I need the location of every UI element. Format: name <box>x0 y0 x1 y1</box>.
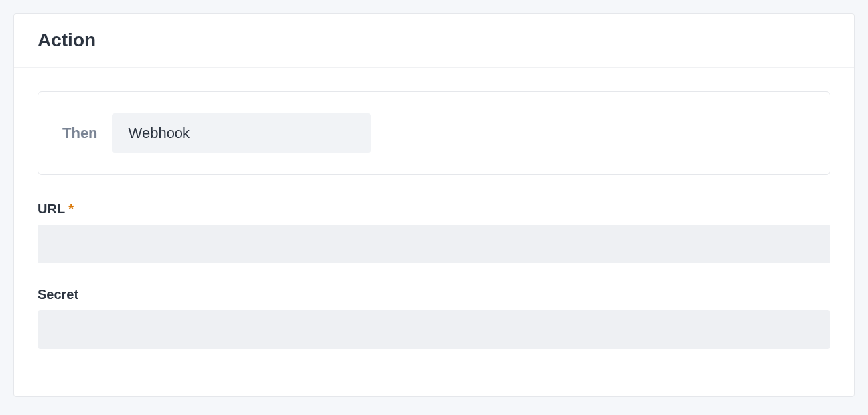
url-form-group: URL * <box>38 202 830 263</box>
then-label: Then <box>62 125 98 142</box>
card-body: Then Webhook URL * Secret <box>14 68 854 396</box>
url-label-text: URL <box>38 202 65 216</box>
url-input[interactable] <box>38 225 830 263</box>
section-title: Action <box>38 30 830 51</box>
required-asterisk: * <box>68 202 74 216</box>
secret-label: Secret <box>38 287 830 302</box>
secret-form-group: Secret <box>38 287 830 349</box>
url-label: URL * <box>38 202 830 217</box>
secret-label-text: Secret <box>38 287 78 302</box>
action-type-select[interactable]: Webhook <box>112 113 371 153</box>
action-card: Action Then Webhook URL * Secret <box>13 13 855 397</box>
action-rule-box: Then Webhook <box>38 91 830 175</box>
card-header: Action <box>14 14 854 68</box>
secret-input[interactable] <box>38 310 830 349</box>
